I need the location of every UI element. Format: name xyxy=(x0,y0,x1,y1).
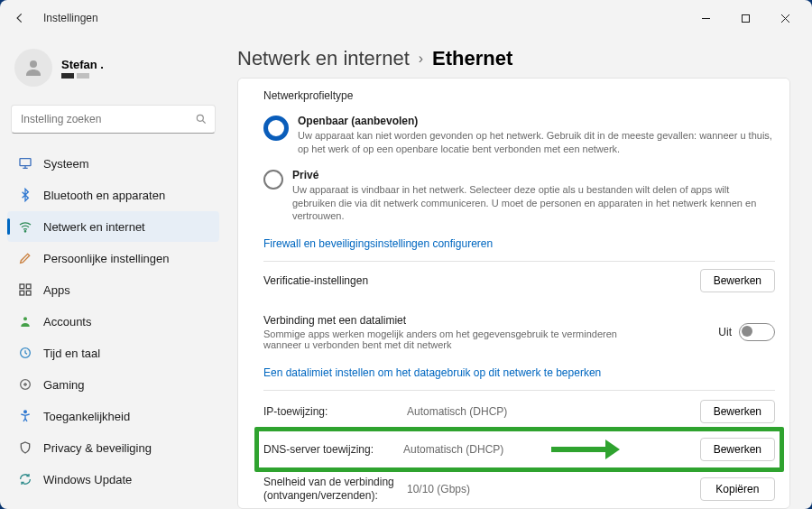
verify-heading: Verificatie-instellingen xyxy=(263,274,368,287)
svg-rect-0 xyxy=(742,14,749,22)
ip-value: Automatisch (DHCP) xyxy=(407,405,697,418)
maximize-button[interactable] xyxy=(725,4,765,32)
chevron-right-icon: › xyxy=(419,51,423,67)
bluetooth-icon xyxy=(18,188,32,202)
svg-rect-5 xyxy=(20,284,24,289)
search-box[interactable] xyxy=(11,105,216,134)
speed-value: 10/10 (Gbps) xyxy=(407,483,697,495)
radio-public-desc: Uw apparaat kan niet worden gevonden op … xyxy=(298,129,775,156)
network-profile-heading: Netwerkprofieltype xyxy=(263,89,775,102)
radio-public-label: Openbaar (aanbevolen) xyxy=(298,115,775,127)
dns-label: DNS-server toewijzing: xyxy=(263,443,403,456)
metered-row: Verbinding met een datalimiet Sommige ap… xyxy=(263,310,775,357)
dns-edit-button[interactable]: Bewerken xyxy=(700,438,775,461)
shield-icon xyxy=(18,440,32,455)
svg-point-2 xyxy=(197,115,203,121)
svg-point-4 xyxy=(24,231,25,232)
sidebar-menu: Systeem Bluetooth en apparaten Netwerk e… xyxy=(7,148,219,495)
system-icon xyxy=(18,156,32,171)
data-limit-link[interactable]: Een datalimiet instellen om het datagebr… xyxy=(263,366,775,379)
dns-row-highlight: DNS-server toewijzing: Automatisch (DHCP… xyxy=(263,432,775,467)
sidebar-item-apps[interactable]: Apps xyxy=(7,274,219,305)
svg-point-9 xyxy=(23,317,27,320)
search-input[interactable] xyxy=(19,112,195,126)
metered-toggle[interactable] xyxy=(739,323,775,341)
properties-grid: IP-toewijzing: Automatisch (DHCP) Bewerk… xyxy=(263,390,775,509)
paint-icon xyxy=(18,251,32,265)
radio-public[interactable]: Openbaar (aanbevolen) Uw apparaat kan ni… xyxy=(263,115,775,156)
minimize-button[interactable] xyxy=(686,4,725,32)
sidebar-item-label: Tijd en taal xyxy=(43,347,100,360)
svg-rect-6 xyxy=(26,284,31,289)
speed-label: Snelheid van de verbinding (ontvangen/ve… xyxy=(263,476,403,503)
sidebar-item-system[interactable]: Systeem xyxy=(7,148,219,179)
accessibility-icon xyxy=(18,409,32,423)
settings-panel[interactable]: Netwerkprofieltype Openbaar (aanbevolen)… xyxy=(237,78,790,509)
page-title: Ethernet xyxy=(432,47,512,70)
avatar xyxy=(14,49,52,87)
search-icon xyxy=(195,113,208,125)
wifi-icon xyxy=(18,219,32,234)
sidebar-item-label: Persoonlijke instellingen xyxy=(43,252,169,265)
svg-rect-8 xyxy=(26,291,31,295)
annotation-arrow xyxy=(551,440,620,459)
window-title: Instellingen xyxy=(43,12,98,24)
sync-icon xyxy=(18,472,32,486)
close-icon xyxy=(780,14,790,23)
minimize-icon xyxy=(701,14,711,23)
speed-copy-button[interactable]: Kopiëren xyxy=(700,477,775,501)
sidebar-item-bluetooth[interactable]: Bluetooth en apparaten xyxy=(7,180,219,210)
close-button[interactable] xyxy=(765,4,805,32)
verify-row: Verificatie-instellingen Bewerken xyxy=(263,261,775,300)
radio-on-icon xyxy=(263,116,289,141)
radio-off-icon xyxy=(263,170,283,190)
sidebar-item-network[interactable]: Netwerk en internet xyxy=(7,211,219,242)
sidebar-item-accessibility[interactable]: Toegankelijkheid xyxy=(7,401,219,431)
gaming-icon xyxy=(18,377,32,392)
sidebar-item-update[interactable]: Windows Update xyxy=(7,464,219,495)
sidebar-item-label: Apps xyxy=(43,283,70,297)
titlebar: Instellingen xyxy=(0,0,812,36)
sidebar-item-label: Netwerk en internet xyxy=(43,220,145,234)
person-icon xyxy=(18,314,32,329)
svg-rect-3 xyxy=(20,159,31,166)
apps-icon xyxy=(18,282,32,297)
svg-point-1 xyxy=(30,60,37,68)
maximize-icon xyxy=(741,14,751,23)
metered-heading: Verbinding met een datalimiet xyxy=(263,314,651,327)
sidebar-item-label: Systeem xyxy=(43,157,89,171)
metered-toggle-label: Uit xyxy=(718,326,732,338)
sidebar-item-label: Privacy & beveiliging xyxy=(43,441,152,455)
sidebar-item-label: Accounts xyxy=(43,315,91,329)
settings-window: Instellingen Stefan . xyxy=(0,0,812,509)
breadcrumb: Netwerk en internet › Ethernet xyxy=(237,43,790,78)
verify-edit-button[interactable]: Bewerken xyxy=(700,269,775,292)
sidebar-item-label: Gaming xyxy=(43,378,85,392)
person-icon xyxy=(23,57,44,79)
sidebar-item-accounts[interactable]: Accounts xyxy=(7,306,219,337)
firewall-link[interactable]: Firewall en beveiligingsinstellingen con… xyxy=(263,237,775,250)
arrow-left-icon xyxy=(14,12,26,24)
radio-private[interactable]: Privé Uw apparaat is vindbaar in het net… xyxy=(263,169,775,224)
breadcrumb-parent[interactable]: Netwerk en internet xyxy=(237,47,410,70)
radio-private-desc: Uw apparaat is vindbaar in het netwerk. … xyxy=(292,183,775,224)
sidebar-item-label: Bluetooth en apparaten xyxy=(43,189,165,202)
sidebar-item-privacy[interactable]: Privacy & beveiliging xyxy=(7,432,219,463)
ip-label: IP-toewijzing: xyxy=(263,405,403,418)
user-name: Stefan . xyxy=(61,58,104,71)
user-status-bars xyxy=(61,73,104,79)
content: Netwerk en internet › Ethernet Netwerkpr… xyxy=(226,36,812,509)
user-header[interactable]: Stefan . xyxy=(7,43,219,96)
svg-point-12 xyxy=(24,411,27,413)
clock-icon xyxy=(18,346,32,360)
sidebar-item-label: Toegankelijkheid xyxy=(43,410,130,423)
ip-edit-button[interactable]: Bewerken xyxy=(700,400,775,423)
metered-desc: Sommige apps werken mogelijk anders om h… xyxy=(263,329,651,350)
sidebar-item-personalization[interactable]: Persoonlijke instellingen xyxy=(7,243,219,273)
radio-private-label: Privé xyxy=(292,169,775,181)
sidebar-item-time[interactable]: Tijd en taal xyxy=(7,338,219,368)
sidebar-item-gaming[interactable]: Gaming xyxy=(7,369,219,400)
svg-rect-7 xyxy=(20,291,24,295)
sidebar-item-label: Windows Update xyxy=(43,473,132,486)
back-button[interactable] xyxy=(9,7,31,29)
